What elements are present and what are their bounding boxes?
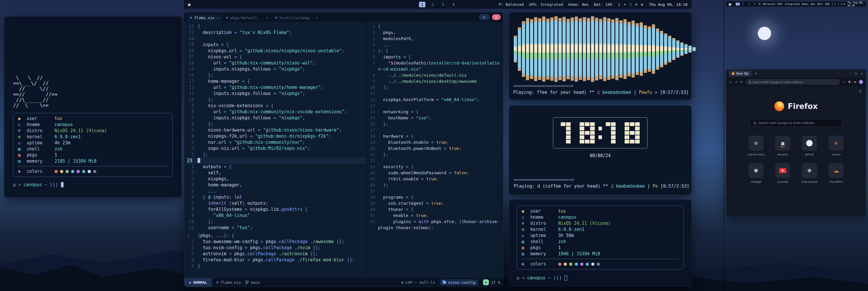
code-line[interactable]: 1{pkgs, ...}: { bbox=[185, 233, 366, 239]
tab-hosts/isoImag..[interactable]: ❄hosts/isoImag..× bbox=[272, 13, 321, 22]
code-line[interactable]: plugin thunar-volman]; bbox=[368, 225, 502, 231]
code-line[interactable]: 17 nixos-wsl = { bbox=[185, 54, 366, 60]
code-line[interactable]: 10 ]; bbox=[368, 85, 502, 91]
code-line[interactable]: 6 imports = [ bbox=[368, 54, 502, 60]
menu-icon[interactable]: ▦ bbox=[729, 2, 731, 6]
code-line[interactable]: 3 nur.url = "github:nix-community/nur"; bbox=[185, 139, 366, 146]
code-line[interactable]: 9 "x86_64-linux" bbox=[185, 212, 366, 219]
code-line[interactable]: 18 hardware = { bbox=[368, 133, 502, 139]
shortcut-chat.openai[interactable]: ❋chat.openai bbox=[800, 163, 819, 183]
code-line[interactable]: 1 outputs = { bbox=[185, 164, 366, 170]
code-line[interactable]: 23 bbox=[185, 158, 366, 164]
code-line[interactable]: 13 home-manager = { bbox=[185, 79, 366, 85]
panel-toggle-button[interactable]: ◎ bbox=[479, 14, 490, 20]
shortcut-chatgpt[interactable]: ❋chatgpt bbox=[747, 163, 765, 183]
clock-window[interactable]: 08/08/24 ======================> Playing… bbox=[509, 106, 692, 195]
code-line[interactable]: 9 nix-vscode-extensions = { bbox=[185, 103, 366, 109]
code-line[interactable]: 28 programs = { bbox=[368, 194, 502, 200]
shortcut-cloudflare[interactable]: ☁cloudflare bbox=[827, 163, 845, 183]
code-line[interactable]: 12 nixpkgs.hostPlatform = "x86_64-linux"… bbox=[368, 97, 502, 103]
code-line[interactable]: 16 }; bbox=[368, 121, 502, 127]
minimize-button[interactable]: – bbox=[849, 72, 851, 75]
code-line[interactable]: 7 inherit (self) outputs; bbox=[185, 200, 366, 206]
code-line[interactable]: 16 url = "github:nix-community/nixos-wsl… bbox=[185, 60, 366, 66]
settings-tray-icon[interactable]: ⚙ bbox=[641, 2, 643, 7]
tab-close-icon[interactable]: × bbox=[217, 16, 219, 20]
profile-avatar[interactable] bbox=[859, 80, 863, 84]
code-line[interactable]: 18 nixpkgs.url = "github:nixos/nixpkgs/n… bbox=[185, 48, 366, 54]
shell-prompt[interactable]: ⌂→canopus~))) bbox=[517, 275, 684, 281]
tag-2[interactable]: 2 bbox=[742, 3, 745, 5]
new-tab-button[interactable]: + bbox=[754, 71, 757, 76]
code-line[interactable]: 1{ bbox=[368, 24, 502, 30]
tab-close-icon[interactable]: × bbox=[316, 16, 318, 20]
shortcut-youtube[interactable]: youtube bbox=[773, 163, 792, 183]
shortcut-claude[interactable]: ✳claude bbox=[827, 136, 845, 156]
code-line[interactable]: 7 inputs.nixpkgs.follows = "nixpkgs"; bbox=[185, 115, 366, 121]
code-line[interactable]: 27 bbox=[368, 188, 502, 194]
code-line[interactable]: 19 inputs = { bbox=[185, 42, 366, 48]
back-icon[interactable]: ← bbox=[729, 80, 732, 84]
code-line[interactable]: 10 }; bbox=[185, 97, 366, 103]
firefox-window[interactable]: New Tab + –□× ←→↻ Search with Google or … bbox=[726, 69, 866, 217]
tag-1[interactable]: 1 bbox=[736, 3, 740, 5]
code-line[interactable]: 21 description = "tux's NixOS Flake"; bbox=[185, 30, 366, 36]
tag-4[interactable]: 4 bbox=[450, 2, 457, 7]
close-button[interactable]: × bbox=[861, 72, 863, 75]
brightness-tray-icon[interactable]: ☀ bbox=[624, 2, 626, 7]
code-line[interactable]: 3 nixpkgs, bbox=[185, 176, 366, 182]
terminal-cursor[interactable] bbox=[564, 275, 567, 281]
code-line[interactable]: 13 bbox=[368, 103, 502, 109]
code-line[interactable]: 29 ssh.startAgent = true; bbox=[368, 200, 502, 206]
code-line[interactable]: 8 url = "github:nix-community/nix-vscode… bbox=[185, 109, 366, 115]
night-light-tray-icon[interactable]: ☽ bbox=[838, 3, 839, 5]
neovim-window[interactable]: ❄flake.nix×❄pkgs/default...×❄hosts/isoIm… bbox=[184, 12, 503, 287]
tab-flake.nix[interactable]: ❄flake.nix× bbox=[187, 13, 222, 22]
maximize-button[interactable]: □ bbox=[855, 72, 857, 75]
network-tray-icon[interactable]: ♦ bbox=[635, 2, 638, 7]
customize-gear-icon[interactable]: ⚙ bbox=[859, 89, 862, 93]
editor-pane-iso[interactable]: 1{2 pkgs,3 modulesPath,4 ...5}: {6 impor… bbox=[368, 24, 502, 231]
code-line[interactable]: 9 ../../modules/nixos/desktop/awesome bbox=[368, 79, 502, 85]
code-line[interactable]: 4 nixpkgs-f2k.url = "github:moni-dz/nixp… bbox=[185, 133, 366, 139]
code-line[interactable]: 14 networking = { bbox=[368, 109, 502, 115]
code-line[interactable]: 7 "${modulesPath}/installer/cd-dvd/insta… bbox=[368, 60, 502, 66]
code-line[interactable]: 11 bbox=[368, 91, 502, 97]
music-tray-icon[interactable]: ♫ bbox=[832, 3, 833, 5]
tag-3[interactable]: 3 bbox=[440, 2, 446, 7]
tab-close-icon[interactable]: × bbox=[266, 16, 268, 20]
code-line[interactable]: 1 }; bbox=[185, 152, 366, 158]
tab-pkgs/default...[interactable]: ❄pkgs/default...× bbox=[222, 13, 272, 22]
code-line[interactable]: 5}: { bbox=[368, 48, 502, 54]
extensions-icon[interactable]: ❋ bbox=[848, 80, 851, 84]
tag-4[interactable]: 4 bbox=[752, 3, 756, 5]
forward-icon[interactable]: → bbox=[735, 80, 737, 84]
code-line[interactable]: n-cd-minimal.nix" bbox=[368, 66, 502, 72]
code-line[interactable]: 26 }; bbox=[368, 182, 502, 188]
code-line[interactable]: 23 security = { bbox=[368, 164, 502, 170]
code-line[interactable]: 1 tux-awesome-wm-config = pkgs.callPacka… bbox=[185, 239, 366, 245]
editor-pane-flake[interactable]: 22{21 description = "tux's NixOS Flake";… bbox=[185, 24, 366, 231]
code-line[interactable]: 22 bbox=[368, 158, 502, 164]
code-line[interactable]: 10 ]; bbox=[185, 219, 366, 225]
code-line[interactable]: 8 forAllSystems = nixpkgs.lib.genAttrs [ bbox=[185, 206, 366, 212]
code-line[interactable]: 6 } @ inputs: let bbox=[185, 194, 366, 200]
code-line[interactable]: 11 username = "tux"; bbox=[185, 225, 366, 231]
code-line[interactable]: 3 astronvim = pkgs.callPackage ./astronv… bbox=[185, 251, 366, 257]
url-bar[interactable]: Search with Google or enter address bbox=[746, 79, 840, 85]
night-light-tray-icon[interactable]: ☽ bbox=[629, 2, 631, 7]
tab-new-tab[interactable]: New Tab bbox=[729, 70, 751, 77]
app-menu-icon[interactable]: ≡ bbox=[854, 80, 857, 84]
shell-prompt[interactable]: ⌂→canopus~))) bbox=[13, 182, 173, 187]
terminal-cursor[interactable] bbox=[61, 182, 64, 187]
code-line[interactable]: 3 modulesPath, bbox=[368, 36, 502, 42]
code-line[interactable]: 19 bluetooth.enable = true; bbox=[368, 139, 502, 146]
code-line[interactable]: 12 url = "github:nix-community/home-mana… bbox=[185, 85, 366, 91]
code-line[interactable]: 6 }; bbox=[185, 121, 366, 127]
refresh-icon[interactable]: ↻ bbox=[740, 80, 743, 84]
code-line[interactable]: 8 ../../modules/nixos/default.nix bbox=[368, 72, 502, 79]
code-line[interactable]: 2 self, bbox=[185, 170, 366, 176]
code-line[interactable]: 22{ bbox=[185, 24, 366, 30]
settings-tray-icon[interactable]: ⚙ bbox=[844, 3, 845, 5]
code-line[interactable]: 11 inputs.nixpkgs.follows = "nixpkgs"; bbox=[185, 91, 366, 97]
